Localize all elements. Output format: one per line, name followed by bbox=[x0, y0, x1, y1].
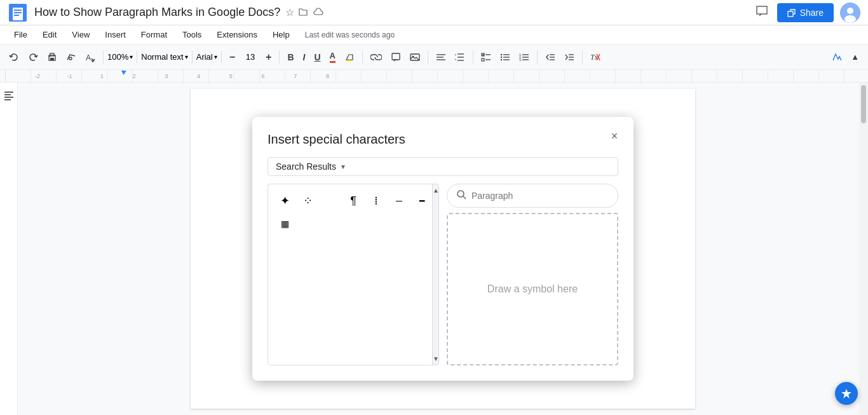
svg-rect-65 bbox=[4, 99, 11, 100]
char-cell-diamond[interactable]: ✦ bbox=[273, 189, 296, 212]
svg-point-8 bbox=[844, 15, 856, 23]
category-dropdown-button[interactable]: Search Results ▼ bbox=[268, 157, 618, 176]
toolbar-separator-4 bbox=[221, 51, 222, 64]
highlight-button[interactable] bbox=[341, 50, 358, 65]
main-layout: Insert special characters × Search Resul… bbox=[0, 83, 868, 415]
checklist-button[interactable] bbox=[477, 50, 495, 64]
undo-button[interactable] bbox=[5, 50, 23, 65]
bold-button[interactable]: B bbox=[283, 50, 297, 65]
numbered-list-button[interactable]: 1.2.3. bbox=[515, 50, 533, 64]
image-button[interactable] bbox=[406, 50, 424, 65]
menu-edit[interactable]: Edit bbox=[36, 27, 63, 42]
underline-button[interactable]: U bbox=[310, 50, 324, 65]
star-icon[interactable]: ☆ bbox=[285, 6, 294, 18]
char-cell-pilcrow[interactable]: ¶ bbox=[342, 189, 365, 212]
redo-button[interactable] bbox=[24, 50, 42, 65]
comment-button[interactable] bbox=[387, 50, 405, 65]
menu-help[interactable]: Help bbox=[266, 27, 296, 42]
left-sidebar bbox=[0, 83, 18, 415]
line-spacing-button[interactable] bbox=[451, 50, 469, 64]
char-cell-grid[interactable]: ▦ bbox=[273, 212, 296, 235]
dropdown-label: Search Results bbox=[276, 161, 336, 172]
toolbar-separator-9 bbox=[537, 51, 538, 64]
dropdown-caret-icon: ▼ bbox=[340, 163, 346, 170]
clear-formatting-button[interactable]: Tx bbox=[587, 50, 604, 64]
explore-button[interactable] bbox=[835, 382, 858, 405]
spell-check-button[interactable]: A bbox=[81, 50, 99, 65]
svg-text:7: 7 bbox=[294, 73, 297, 79]
char-cell-heavy-line[interactable]: ━ bbox=[410, 189, 433, 212]
char-cell-fourdots[interactable]: ⁘ bbox=[296, 189, 319, 212]
modal-close-button[interactable]: × bbox=[606, 127, 623, 145]
decrease-indent-button[interactable] bbox=[541, 50, 559, 64]
svg-point-33 bbox=[501, 58, 502, 60]
svg-point-29 bbox=[501, 53, 502, 55]
font-size-decrease-button[interactable]: − bbox=[226, 49, 239, 65]
search-box bbox=[447, 184, 618, 208]
font-size-value: 13 bbox=[240, 52, 261, 62]
menu-view[interactable]: View bbox=[65, 27, 96, 42]
search-input[interactable] bbox=[471, 191, 609, 201]
top-bar: How to Show Paragraph Marks in Google Do… bbox=[0, 0, 868, 25]
link-button[interactable] bbox=[367, 50, 386, 64]
style-value: Normal text bbox=[141, 52, 183, 62]
draw-symbol-area[interactable]: Draw a symbol here bbox=[447, 213, 618, 365]
cloud-icon[interactable] bbox=[312, 7, 323, 18]
menu-tools[interactable]: Tools bbox=[176, 27, 208, 42]
editing-mode-button[interactable] bbox=[828, 50, 846, 64]
increase-indent-button[interactable] bbox=[560, 50, 578, 64]
menu-file[interactable]: File bbox=[8, 27, 34, 42]
app-icon bbox=[8, 3, 28, 23]
menu-insert[interactable]: Insert bbox=[98, 27, 132, 42]
menu-format[interactable]: Format bbox=[135, 27, 173, 42]
char-cell-horiz-line[interactable]: ─ bbox=[388, 189, 410, 212]
svg-text:6: 6 bbox=[261, 73, 264, 79]
folder-icon[interactable] bbox=[298, 6, 308, 18]
scroll-up-button[interactable]: ▲ bbox=[433, 184, 438, 196]
zoom-dropdown[interactable]: 100% ▾ bbox=[107, 52, 133, 62]
doc-area: Insert special characters × Search Resul… bbox=[18, 83, 868, 415]
svg-rect-64 bbox=[4, 97, 13, 98]
zoom-value: 100% bbox=[107, 52, 128, 62]
svg-rect-15 bbox=[346, 60, 353, 61]
modal-title: Insert special characters bbox=[268, 132, 618, 147]
toolbar-separator-2 bbox=[137, 51, 137, 64]
paint-format-button[interactable] bbox=[62, 50, 80, 65]
svg-text:3: 3 bbox=[165, 73, 168, 79]
page-scrollbar[interactable] bbox=[859, 83, 868, 415]
scroll-down-button[interactable]: ▼ bbox=[433, 355, 438, 362]
avatar bbox=[840, 3, 860, 23]
character-grid-wrapper: ✦ ⁘ ¶ ⁞ ─ ━ ▦ ▲ bbox=[268, 184, 439, 365]
svg-text:8: 8 bbox=[326, 73, 329, 79]
share-button[interactable]: Share bbox=[777, 3, 834, 22]
title-icons: ☆ bbox=[285, 6, 323, 18]
svg-marker-61 bbox=[121, 71, 126, 75]
style-dropdown[interactable]: Normal text ▾ bbox=[141, 52, 187, 62]
toolbar-separator-3 bbox=[192, 51, 193, 64]
comments-button[interactable] bbox=[753, 3, 771, 22]
style-caret: ▾ bbox=[185, 53, 188, 60]
outline-icon[interactable] bbox=[1, 88, 17, 107]
font-size-increase-button[interactable]: + bbox=[262, 49, 275, 65]
menu-bar: File Edit View Insert Format Tools Exten… bbox=[0, 25, 868, 44]
menu-extensions[interactable]: Extensions bbox=[210, 27, 264, 42]
svg-rect-3 bbox=[14, 12, 22, 13]
text-color-button[interactable]: A bbox=[326, 48, 339, 65]
toolbar-separator-8 bbox=[473, 51, 473, 64]
bullet-list-button[interactable] bbox=[496, 50, 514, 64]
char-cell-vert-dots[interactable]: ⁞ bbox=[365, 189, 388, 212]
page-scroll-thumb bbox=[861, 85, 866, 123]
font-dropdown[interactable]: Arial ▾ bbox=[196, 52, 217, 62]
svg-rect-10 bbox=[50, 53, 54, 56]
modal-overlay: Insert special characters × Search Resul… bbox=[191, 89, 695, 409]
toolbar-separator-7 bbox=[428, 51, 428, 64]
toolbar-separator-10 bbox=[582, 51, 583, 64]
svg-line-67 bbox=[463, 196, 466, 199]
svg-point-7 bbox=[847, 8, 853, 14]
print-button[interactable] bbox=[43, 50, 61, 65]
italic-button[interactable]: I bbox=[299, 50, 309, 65]
doc-page: Insert special characters × Search Resul… bbox=[191, 89, 695, 409]
doc-title: How to Show Paragraph Marks in Google Do… bbox=[34, 6, 280, 19]
collapse-toolbar-button[interactable]: ▲ bbox=[847, 50, 863, 64]
align-button[interactable] bbox=[432, 50, 450, 64]
